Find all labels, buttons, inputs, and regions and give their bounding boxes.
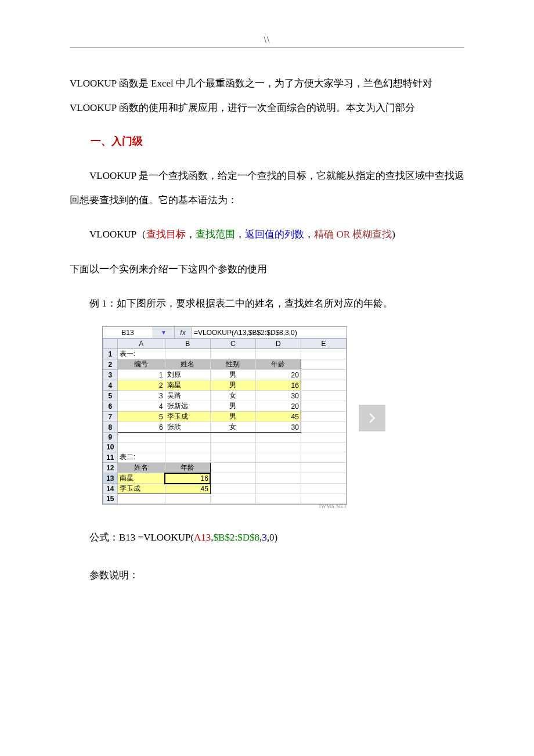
col-C[interactable]: C [210,339,255,349]
cell[interactable]: 男 [210,412,255,422]
cell[interactable]: 编号 [117,359,165,370]
selected-cell[interactable]: 16 [165,473,210,484]
syntax-arg3: 返回值的列数 [245,229,304,240]
formula-p1: A13 [194,532,211,543]
cell[interactable]: 姓名 [117,463,165,473]
section-title-text: 一、入门级 [91,135,143,147]
cell[interactable]: 30 [255,391,301,401]
table-row[interactable]: 11 表二: [103,452,347,463]
watermark: IWMS.NET [102,503,347,509]
table-row[interactable]: 8 6 张欣 女 30 [103,422,347,433]
table-row[interactable]: 4 2 南星 男 16 [103,380,347,391]
table-row[interactable]: 10 [103,442,347,452]
col-D[interactable]: D [255,339,301,349]
name-box-dropdown[interactable]: ▼ [153,327,175,338]
row-head[interactable]: 15 [103,494,118,504]
col-A[interactable]: A [117,339,165,349]
cell[interactable]: 6 [117,422,165,433]
intro-paragraph: VLOOKUP 函数是 Excel 中几个最重函数之一，为了方便大家学习，兰色幻… [70,71,464,120]
row-head[interactable]: 14 [103,484,118,494]
table-row[interactable]: 6 4 张新远 男 20 [103,401,347,412]
cell[interactable]: 表二: [117,452,165,463]
name-box[interactable]: B13 [103,327,153,338]
table-row[interactable]: 5 3 吴路 女 30 [103,391,347,401]
cell[interactable]: 刘原 [165,370,210,380]
col-B[interactable]: B [165,339,210,349]
spreadsheet-grid[interactable]: A B C D E 1 表一: 2 编号 姓名 [103,339,347,504]
table-row[interactable]: 9 [103,433,347,442]
excel-figure: B13 ▼ fx =VLOOKUP(A13,$B$2:$D$8,3,0) A B… [102,326,464,509]
cell[interactable]: 吴路 [165,391,210,401]
cell[interactable]: 女 [210,422,255,433]
para-example: 例 1：如下图所示，要求根据表二中的姓名，查找姓名所对应的年龄。 [70,291,464,316]
row-head[interactable]: 5 [103,391,118,401]
formula-label: 公式： [89,532,119,543]
row-head[interactable]: 4 [103,380,118,391]
cell[interactable]: 4 [117,401,165,412]
cell[interactable]: 45 [165,484,210,494]
row-head[interactable]: 1 [103,349,118,359]
cell[interactable]: 16 [255,380,301,391]
cell[interactable]: 南星 [165,380,210,391]
cell[interactable]: 表一: [117,349,165,359]
row-head[interactable]: 13 [103,473,118,484]
col-E[interactable]: E [301,339,346,349]
cell[interactable]: 张欣 [165,422,210,433]
syntax-arg1: 查找目标 [146,229,186,240]
syntax-arg2: 查找范围 [196,229,235,240]
cell[interactable]: 女 [210,391,255,401]
table-row[interactable]: 13 南星 16 [103,473,347,484]
cell[interactable]: 3 [117,391,165,401]
row-head[interactable]: 12 [103,463,118,473]
cell[interactable]: 30 [255,422,301,433]
cell[interactable]: 张新远 [165,401,210,412]
cell[interactable]: 2 [117,380,165,391]
explain-paragraph: VLOOKUP 是一个查找函数，给定一个查找的目标，它就能从指定的查找区域中查找… [70,164,464,212]
syntax-comma3: ， [304,229,314,240]
row-head[interactable]: 9 [103,433,118,442]
cell[interactable]: 年龄 [165,463,210,473]
cell[interactable]: 5 [117,412,165,422]
cell[interactable]: 李玉成 [165,412,210,422]
formula-p3: 3 [262,532,267,543]
formula-input[interactable]: =VLOOKUP(A13,$B$2:$D$8,3,0) [192,327,347,338]
syntax-comma2: ， [235,229,245,240]
cell[interactable]: 南星 [117,473,165,484]
table-row[interactable]: 3 1 刘原 男 20 [103,370,347,380]
table-row[interactable]: 1 表一: [103,349,347,359]
cell[interactable]: 年龄 [255,359,301,370]
syntax-tail: ) [392,229,395,240]
cell[interactable]: 男 [210,370,255,380]
cell[interactable]: 男 [210,380,255,391]
table-row[interactable]: 15 [103,494,347,504]
cell[interactable]: 李玉成 [117,484,165,494]
next-button[interactable] [359,405,385,431]
row-head[interactable]: 10 [103,442,118,452]
cell[interactable]: 性别 [210,359,255,370]
table-row[interactable]: 14 李玉成 45 [103,484,347,494]
row-head[interactable]: 3 [103,370,118,380]
cell[interactable]: 45 [255,412,301,422]
row-head[interactable]: 8 [103,422,118,433]
table-row[interactable]: 2 编号 姓名 性别 年龄 [103,359,347,370]
syntax-line: VLOOKUP（查找目标，查找范围，返回值的列数，精确 OR 模糊查找) [70,222,464,247]
formula-bar: B13 ▼ fx =VLOOKUP(A13,$B$2:$D$8,3,0) [103,327,347,339]
column-headers[interactable]: A B C D E [103,339,347,349]
fx-label[interactable]: fx [175,327,192,338]
row-head[interactable]: 6 [103,401,118,412]
chevron-down-icon: ▼ [161,329,167,336]
excel-window: B13 ▼ fx =VLOOKUP(A13,$B$2:$D$8,3,0) A B… [102,326,347,505]
table-row[interactable]: 12 姓名 年龄 [103,463,347,473]
document-page: \\ VLOOKUP 函数是 Excel 中几个最重函数之一，为了方便大家学习，… [0,0,534,633]
formula-cell: B13 =VLOOKUP( [119,532,194,543]
cell[interactable]: 1 [117,370,165,380]
cell[interactable]: 20 [255,401,301,412]
cell[interactable]: 姓名 [165,359,210,370]
row-head[interactable]: 11 [103,452,118,463]
corner-cell[interactable] [103,339,118,349]
table-row[interactable]: 7 5 李玉成 男 45 [103,412,347,422]
row-head[interactable]: 7 [103,412,118,422]
row-head[interactable]: 2 [103,359,118,370]
cell[interactable]: 男 [210,401,255,412]
cell[interactable]: 20 [255,370,301,380]
